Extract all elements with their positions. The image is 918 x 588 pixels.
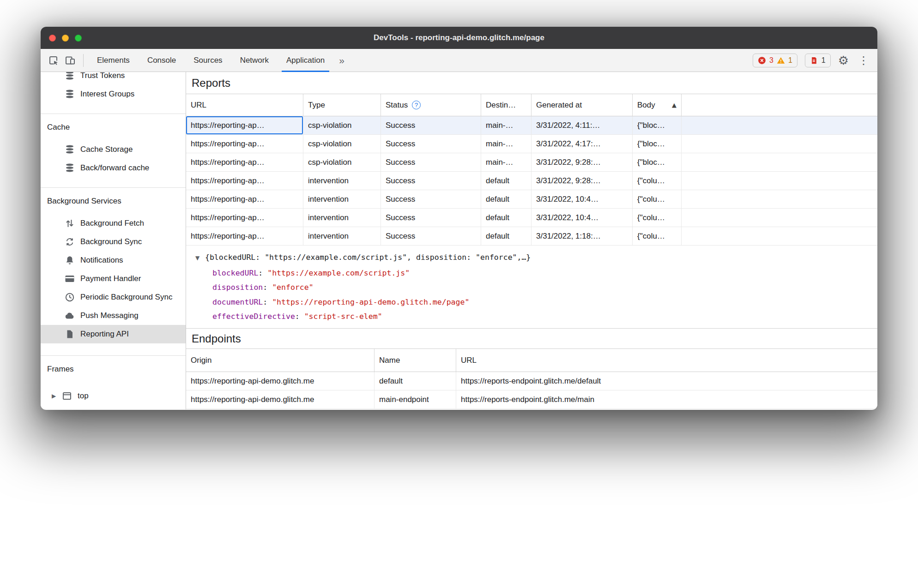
endpoint-row[interactable]: https://reporting-api-demo.glitch.me mai… (186, 390, 877, 409)
sidebar-item-background-sync[interactable]: Background Sync (41, 233, 186, 251)
sidebar-divider (41, 187, 186, 188)
more-tabs-button[interactable]: » (333, 55, 350, 66)
report-destination-cell: main-… (481, 135, 531, 153)
report-generated-cell: 3/31/2022, 4:17:… (531, 135, 633, 153)
sidebar-item-payment-handler[interactable]: Payment Handler (41, 270, 186, 288)
report-destination-cell: default (481, 209, 531, 227)
error-icon (758, 56, 766, 65)
application-sidebar: Trust Tokens Interest Groups Cache Cache… (41, 72, 186, 409)
column-header-url[interactable]: URL (186, 94, 303, 116)
endpoint-origin-cell: https://reporting-api-demo.glitch.me (186, 390, 374, 408)
sidebar-item-back-forward-cache[interactable]: Back/forward cache (41, 159, 186, 177)
tab-application[interactable]: Application (278, 49, 333, 72)
json-property: effectiveDirective"script-src-elem" (212, 309, 877, 324)
column-header-name[interactable]: Name (374, 349, 456, 372)
report-row[interactable]: https://reporting-ap… csp-violation Succ… (186, 153, 877, 172)
report-type-cell: intervention (303, 209, 381, 227)
credit-card-icon (64, 273, 76, 284)
report-url-cell[interactable]: https://reporting-ap… (186, 172, 303, 190)
settings-gear-icon[interactable]: ⚙ (838, 54, 849, 66)
report-url-cell[interactable]: https://reporting-ap… (186, 227, 303, 245)
database-icon (64, 72, 76, 81)
report-row[interactable]: https://reporting-ap… intervention Succe… (186, 172, 877, 190)
report-body-cell: {"bloc… (633, 153, 682, 171)
database-icon (64, 89, 76, 100)
report-body-cell: {"bloc… (633, 116, 682, 134)
chevron-down-icon[interactable]: ▼ (195, 251, 205, 266)
report-row[interactable]: https://reporting-ap… csp-violation Succ… (186, 116, 877, 135)
kebab-menu-icon[interactable]: ⋮ (856, 55, 871, 66)
traffic-lights (49, 27, 82, 49)
sidebar-section-cache: Cache (41, 118, 186, 137)
sidebar-item-top-frame[interactable]: ▶ top (41, 387, 186, 405)
issues-badge[interactable]: 1 (805, 54, 831, 67)
close-button[interactable] (49, 35, 56, 42)
report-filler-cell (682, 190, 877, 208)
endpoint-row[interactable]: https://reporting-api-demo.glitch.me def… (186, 372, 877, 390)
tab-sources[interactable]: Sources (185, 49, 231, 72)
endpoints-table-header: Origin Name URL (186, 349, 877, 372)
report-body-cell: {"colu… (633, 172, 682, 190)
document-icon (64, 329, 76, 340)
report-filler-cell (682, 135, 877, 153)
report-url-cell[interactable]: https://reporting-ap… (186, 190, 303, 208)
up-down-arrows-icon (64, 218, 76, 229)
zoom-button[interactable] (75, 35, 82, 42)
tab-console[interactable]: Console (139, 49, 185, 72)
sidebar-section-background-services: Background Services (41, 192, 186, 210)
column-header-endpoint-url[interactable]: URL (456, 349, 877, 372)
report-row[interactable]: https://reporting-ap… intervention Succe… (186, 209, 877, 227)
sidebar-item-notifications[interactable]: Notifications (41, 251, 186, 270)
column-header-type[interactable]: Type (303, 94, 381, 116)
report-row[interactable]: https://reporting-ap… csp-violation Succ… (186, 135, 877, 153)
issues-icon (810, 56, 818, 65)
status-help-icon[interactable]: ? (412, 101, 421, 109)
endpoints-section-title: Endpoints (186, 329, 877, 349)
report-url-cell[interactable]: https://reporting-ap… (186, 153, 303, 171)
report-url-cell[interactable]: https://reporting-ap… (186, 209, 303, 227)
report-generated-cell: 3/31/2022, 10:4… (531, 190, 633, 208)
chevron-right-icon[interactable]: ▶ (52, 393, 61, 399)
device-toolbar-button[interactable] (62, 52, 79, 69)
report-destination-cell: default (481, 227, 531, 245)
sync-arrows-icon (64, 236, 76, 247)
column-header-status[interactable]: Status ? (381, 94, 481, 116)
sidebar-item-interest-groups[interactable]: Interest Groups (41, 85, 186, 103)
report-status-cell: Success (381, 153, 481, 171)
sidebar-item-background-fetch[interactable]: Background Fetch (41, 214, 186, 233)
warning-icon (777, 56, 785, 65)
report-destination-cell: main-… (481, 116, 531, 134)
endpoint-name-cell: main-endpoint (374, 390, 456, 408)
column-header-body[interactable]: Body ▲ (633, 94, 682, 116)
sidebar-item-push-messaging[interactable]: Push Messaging (41, 306, 186, 325)
database-icon (64, 144, 76, 155)
device-toolbar-icon (65, 55, 76, 66)
report-status-cell: Success (381, 227, 481, 245)
inspect-element-button[interactable] (45, 52, 62, 69)
warning-count: 1 (788, 56, 792, 65)
report-destination-cell: default (481, 190, 531, 208)
column-header-generated-at[interactable]: Generated at (531, 94, 633, 116)
column-header-origin[interactable]: Origin (186, 349, 374, 372)
tab-elements[interactable]: Elements (88, 49, 139, 72)
minimize-button[interactable] (62, 35, 69, 42)
report-status-cell: Success (381, 209, 481, 227)
sidebar-item-trust-tokens[interactable]: Trust Tokens (41, 72, 186, 85)
sidebar-item-reporting-api[interactable]: Reporting API (41, 325, 186, 343)
column-header-destination[interactable]: Destin… (481, 94, 531, 116)
report-status-cell: Success (381, 135, 481, 153)
report-destination-cell: default (481, 172, 531, 190)
console-errors-warnings-badge[interactable]: 3 1 (753, 54, 797, 67)
report-row[interactable]: https://reporting-ap… intervention Succe… (186, 227, 877, 246)
report-url-cell[interactable]: https://reporting-ap… (186, 135, 303, 153)
tab-network[interactable]: Network (231, 49, 278, 72)
report-url-cell[interactable]: https://reporting-ap… (186, 116, 303, 134)
report-row[interactable]: https://reporting-ap… intervention Succe… (186, 190, 877, 209)
report-type-cell: intervention (303, 227, 381, 245)
sidebar-item-periodic-background-sync[interactable]: Periodic Background Sync (41, 288, 186, 306)
json-summary-line: ▼{blockedURL: "https://example.com/scrip… (195, 250, 877, 266)
sidebar-item-cache-storage[interactable]: Cache Storage (41, 140, 186, 159)
database-icon (64, 162, 76, 174)
frame-window-icon (61, 390, 73, 402)
report-body-cell: {"colu… (633, 190, 682, 208)
